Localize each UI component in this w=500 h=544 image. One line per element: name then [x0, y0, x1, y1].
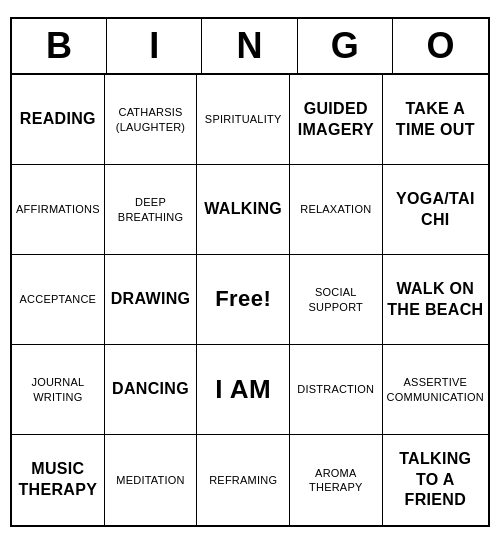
- cell-text-17: I AM: [215, 373, 271, 407]
- bingo-card: B I N G O READINGCATHARSIS (LAUGHTER)SPI…: [10, 17, 490, 527]
- bingo-cell-9[interactable]: YOGA/TAI CHI: [383, 165, 488, 255]
- cell-text-2: SPIRITUALITY: [205, 112, 282, 126]
- bingo-cell-14[interactable]: WALK ON THE BEACH: [383, 255, 488, 345]
- bingo-cell-18[interactable]: DISTRACTION: [290, 345, 383, 435]
- cell-text-13: SOCIAL SUPPORT: [294, 285, 378, 314]
- cell-text-11: DRAWING: [111, 289, 191, 310]
- bingo-cell-0[interactable]: READING: [12, 75, 105, 165]
- bingo-cell-8[interactable]: RELAXATION: [290, 165, 383, 255]
- cell-text-20: MUSIC THERAPY: [16, 459, 100, 501]
- cell-text-22: REFRAMING: [209, 473, 277, 487]
- bingo-cell-20[interactable]: MUSIC THERAPY: [12, 435, 105, 525]
- bingo-cell-11[interactable]: DRAWING: [105, 255, 198, 345]
- bingo-cell-22[interactable]: REFRAMING: [197, 435, 290, 525]
- cell-text-4: TAKE A TIME OUT: [387, 99, 484, 141]
- bingo-cell-13[interactable]: SOCIAL SUPPORT: [290, 255, 383, 345]
- bingo-cell-7[interactable]: WALKING: [197, 165, 290, 255]
- bingo-cell-17[interactable]: I AM: [197, 345, 290, 435]
- cell-text-24: TALKING TO A FRIEND: [387, 449, 484, 511]
- cell-text-1: CATHARSIS (LAUGHTER): [109, 105, 193, 134]
- bingo-cell-15[interactable]: JOURNAL WRITING: [12, 345, 105, 435]
- cell-text-7: WALKING: [204, 199, 282, 220]
- cell-text-0: READING: [20, 109, 96, 130]
- bingo-cell-21[interactable]: MEDITATION: [105, 435, 198, 525]
- bingo-cell-6[interactable]: DEEP BREATHING: [105, 165, 198, 255]
- cell-text-16: DANCING: [112, 379, 189, 400]
- cell-text-6: DEEP BREATHING: [109, 195, 193, 224]
- bingo-cell-10[interactable]: ACCEPTANCE: [12, 255, 105, 345]
- cell-text-12: Free!: [215, 285, 271, 314]
- cell-text-21: MEDITATION: [116, 473, 184, 487]
- letter-g: G: [298, 19, 393, 73]
- cell-text-8: RELAXATION: [300, 202, 371, 216]
- bingo-cell-12[interactable]: Free!: [197, 255, 290, 345]
- bingo-cell-2[interactable]: SPIRITUALITY: [197, 75, 290, 165]
- letter-b: B: [12, 19, 107, 73]
- letter-o: O: [393, 19, 488, 73]
- bingo-cell-24[interactable]: TALKING TO A FRIEND: [383, 435, 488, 525]
- cell-text-3: GUIDED IMAGERY: [294, 99, 378, 141]
- bingo-cell-5[interactable]: AFFIRMATIONS: [12, 165, 105, 255]
- bingo-header: B I N G O: [12, 19, 488, 75]
- bingo-cell-16[interactable]: DANCING: [105, 345, 198, 435]
- bingo-cell-19[interactable]: ASSERTIVE COMMUNICATION: [383, 345, 488, 435]
- letter-i: I: [107, 19, 202, 73]
- cell-text-19: ASSERTIVE COMMUNICATION: [387, 375, 484, 404]
- cell-text-10: ACCEPTANCE: [20, 292, 97, 306]
- bingo-cell-4[interactable]: TAKE A TIME OUT: [383, 75, 488, 165]
- letter-n: N: [202, 19, 297, 73]
- cell-text-14: WALK ON THE BEACH: [387, 279, 484, 321]
- bingo-cell-23[interactable]: AROMA THERAPY: [290, 435, 383, 525]
- cell-text-9: YOGA/TAI CHI: [387, 189, 484, 231]
- cell-text-15: JOURNAL WRITING: [16, 375, 100, 404]
- bingo-grid: READINGCATHARSIS (LAUGHTER)SPIRITUALITYG…: [12, 75, 488, 525]
- bingo-cell-1[interactable]: CATHARSIS (LAUGHTER): [105, 75, 198, 165]
- cell-text-23: AROMA THERAPY: [294, 466, 378, 495]
- cell-text-18: DISTRACTION: [297, 382, 374, 396]
- bingo-cell-3[interactable]: GUIDED IMAGERY: [290, 75, 383, 165]
- cell-text-5: AFFIRMATIONS: [16, 202, 100, 216]
